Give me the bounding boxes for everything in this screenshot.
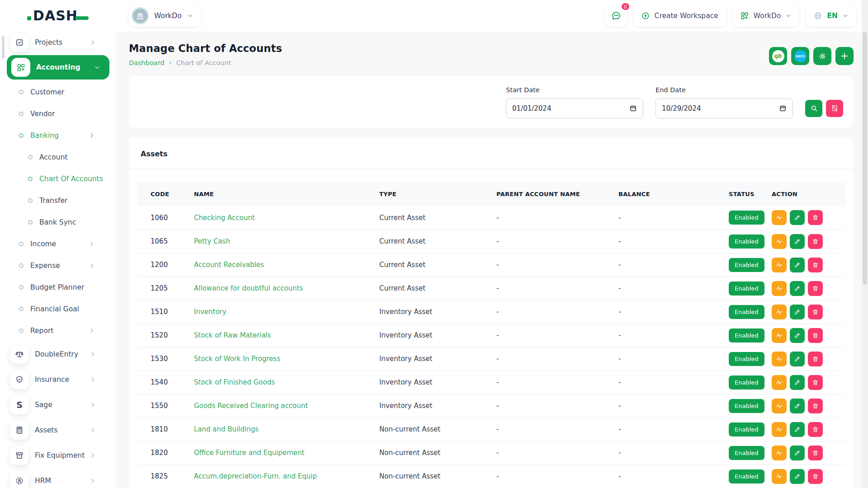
sidebar-item-insurance[interactable]: Insurance — [0, 367, 116, 392]
account-link[interactable]: Allowance for doubtful accounts — [194, 284, 303, 292]
delete-button[interactable] — [808, 234, 823, 249]
action-cell — [768, 347, 845, 371]
status-badge[interactable]: Enabled — [729, 305, 764, 319]
edit-button[interactable] — [790, 352, 805, 366]
edit-button[interactable] — [790, 210, 805, 225]
activity-button[interactable] — [772, 258, 787, 272]
sidebar-item-transfer[interactable]: Transfer — [0, 190, 116, 211]
sidebar-item-vendor[interactable]: Vendor — [0, 103, 116, 125]
status-badge[interactable]: Enabled — [729, 446, 764, 460]
delete-button[interactable] — [808, 446, 823, 460]
edit-button[interactable] — [790, 234, 805, 249]
add-account-button[interactable] — [835, 47, 854, 65]
account-link[interactable]: Goods Received Clearing account — [194, 402, 308, 410]
status-badge[interactable]: Enabled — [729, 352, 764, 366]
reset-filter-button[interactable] — [826, 100, 843, 117]
activity-button[interactable] — [772, 375, 787, 390]
delete-button[interactable] — [808, 422, 823, 437]
status-badge[interactable]: Enabled — [729, 258, 764, 272]
sidebar-item-income[interactable]: Income — [0, 233, 116, 255]
status-badge[interactable]: Enabled — [729, 235, 764, 249]
workspace-selector[interactable]: WorkDo — [129, 5, 201, 27]
sidebar-item-fix-equipment[interactable]: Fix Equipment — [0, 443, 116, 468]
account-link[interactable]: Accum.depreciation-Furn. and Equip — [194, 472, 317, 480]
page-scrollbar[interactable] — [862, 0, 868, 488]
delete-button[interactable] — [808, 328, 823, 343]
account-link[interactable]: Inventory — [194, 308, 226, 316]
edit-button[interactable] — [790, 469, 805, 484]
account-link[interactable]: Stock of Raw Materials — [194, 331, 271, 339]
activity-button[interactable] — [772, 305, 787, 319]
sidebar-item-projects[interactable]: Projects — [0, 32, 116, 53]
edit-button[interactable] — [790, 399, 805, 413]
breadcrumb-dashboard-link[interactable]: Dashboard — [129, 59, 165, 66]
edit-button[interactable] — [790, 422, 805, 437]
sidebar-item-expense[interactable]: Expense — [0, 255, 116, 277]
status-badge[interactable]: Enabled — [729, 282, 764, 296]
status-badge[interactable]: Enabled — [729, 422, 764, 436]
sidebar-item-account[interactable]: Account — [0, 146, 116, 168]
create-workspace-button[interactable]: Create Workspace — [633, 5, 726, 27]
edit-button[interactable] — [790, 258, 805, 272]
sidebar-item-customer[interactable]: Customer — [0, 81, 116, 103]
sidebar-item-bank-sync[interactable]: Bank Sync — [0, 211, 116, 233]
language-selector[interactable]: EN — [806, 5, 856, 27]
edit-button[interactable] — [790, 305, 805, 319]
delete-button[interactable] — [808, 281, 823, 296]
end-date-input[interactable]: 10/29/2024 — [656, 99, 793, 118]
activity-button[interactable] — [772, 234, 787, 249]
xero-button[interactable]: xero — [791, 47, 809, 65]
sidebar-item-hrm[interactable]: HRM — [0, 468, 116, 488]
account-link[interactable]: Office Furniture and Equipement — [194, 449, 304, 457]
account-link[interactable]: Checking Account — [194, 214, 255, 222]
status-badge[interactable]: Enabled — [729, 399, 764, 413]
sidebar-item-chart-of-accounts[interactable]: Chart Of Accounts — [0, 168, 116, 190]
delete-button[interactable] — [808, 210, 823, 225]
settings-button[interactable] — [813, 47, 831, 65]
edit-button[interactable] — [790, 328, 805, 343]
delete-button[interactable] — [808, 305, 823, 319]
account-link[interactable]: Account Receivables — [194, 261, 264, 269]
activity-button[interactable] — [772, 399, 787, 413]
activity-button[interactable] — [772, 281, 787, 296]
delete-button[interactable] — [808, 352, 823, 366]
activity-button[interactable] — [772, 422, 787, 437]
sidebar-item-budget-planner[interactable]: Budget Planner — [0, 277, 116, 298]
activity-button[interactable] — [772, 210, 787, 225]
delete-button[interactable] — [808, 258, 823, 272]
account-link[interactable]: Petty Cash — [194, 237, 230, 245]
status-badge[interactable]: Enabled — [729, 211, 764, 225]
edit-button[interactable] — [790, 446, 805, 460]
sidebar-item-doubleentry[interactable]: DoubleEntry — [0, 342, 116, 367]
action-cell — [768, 465, 845, 488]
sidebar-item-accounting[interactable]: Accounting — [7, 55, 109, 80]
sidebar-item-banking[interactable]: Banking — [0, 125, 116, 146]
activity-button[interactable] — [772, 446, 787, 460]
edit-button[interactable] — [790, 375, 805, 390]
app-menu-button[interactable]: WorkDo — [732, 5, 800, 27]
delete-button[interactable] — [808, 399, 823, 413]
activity-button[interactable] — [772, 469, 787, 484]
calendar-icon[interactable] — [629, 104, 637, 112]
sidebar-item-report[interactable]: Report — [0, 320, 116, 342]
quickbooks-button[interactable]: qb — [769, 47, 787, 65]
sidebar-item-assets[interactable]: Assets — [0, 418, 116, 443]
calendar-icon[interactable] — [779, 104, 787, 112]
sidebar-item-financial-goal[interactable]: Financial Goal — [0, 298, 116, 320]
activity-button[interactable] — [772, 328, 787, 343]
account-link[interactable]: Stock of Work In Progress — [194, 355, 280, 363]
delete-button[interactable] — [808, 375, 823, 390]
page-scrollbar-thumb[interactable] — [863, 32, 867, 285]
start-date-input[interactable]: 01/01/2024 — [506, 99, 643, 118]
edit-button[interactable] — [790, 281, 805, 296]
messages-button[interactable]: 0 — [605, 5, 627, 27]
activity-button[interactable] — [772, 352, 787, 366]
status-badge[interactable]: Enabled — [729, 469, 764, 483]
delete-button[interactable] — [808, 469, 823, 484]
status-badge[interactable]: Enabled — [729, 328, 764, 343]
account-link[interactable]: Stock of Finished Goods — [194, 378, 275, 386]
apply-filter-button[interactable] — [805, 100, 822, 117]
sidebar-item-sage[interactable]: SSage — [0, 392, 116, 418]
account-link[interactable]: Land and Buildings — [194, 425, 259, 433]
status-badge[interactable]: Enabled — [729, 375, 764, 389]
